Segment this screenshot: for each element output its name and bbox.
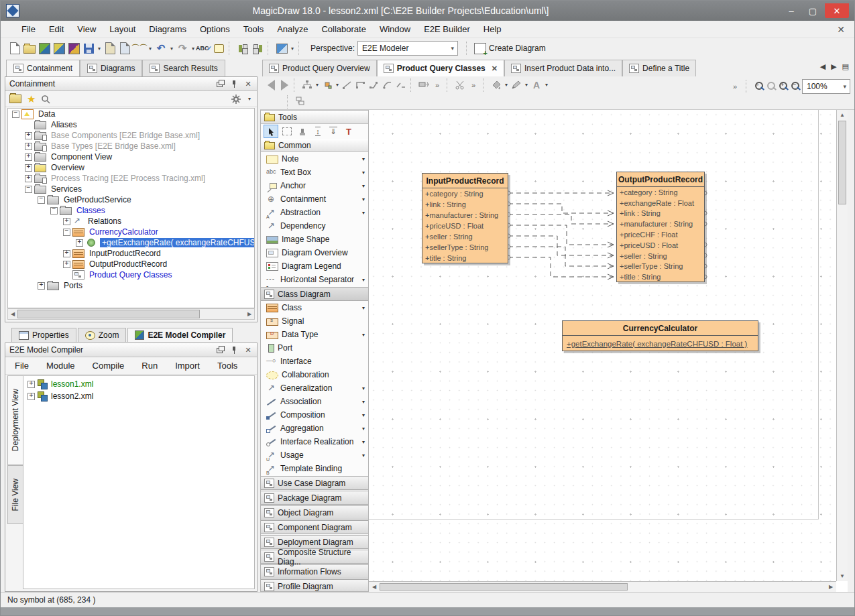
show-containment-icon[interactable] — [294, 95, 307, 109]
palette-section-common[interactable]: Common — [261, 139, 368, 152]
close-button[interactable]: ✕ — [825, 3, 849, 18]
line-rectilinear-icon[interactable] — [354, 78, 367, 92]
line-oblique-icon[interactable] — [367, 78, 381, 92]
tree-item-base-components[interactable]: Base Components [E2E Bridge Base.xml] — [8, 130, 254, 141]
menu-diagrams[interactable]: Diagrams — [143, 22, 192, 36]
toolbar-overflow-icon[interactable] — [728, 80, 742, 93]
scrollbar-thumb[interactable] — [17, 310, 200, 318]
line-straight-icon[interactable] — [341, 78, 354, 92]
palette-item-dependency[interactable]: Dependency — [261, 219, 368, 233]
attribute[interactable]: +priceCHF : Float — [617, 229, 704, 240]
palette-item-generalization[interactable]: Generalization — [261, 381, 368, 395]
tab-properties[interactable]: Properties — [11, 328, 76, 342]
tree-item-lesson2[interactable]: lesson2.xml — [23, 390, 254, 402]
layout-tree-icon[interactable] — [300, 78, 314, 92]
tab-zoom[interactable]: Zoom — [78, 328, 127, 342]
palette-item-containment[interactable]: Containment — [261, 192, 368, 206]
doc-tab-insert-product-data[interactable]: Insert Product Data into... — [504, 60, 622, 76]
expander-icon[interactable] — [63, 229, 70, 236]
palette-item-data-type[interactable]: Data Type — [261, 328, 368, 341]
tree-item-getexchangerate[interactable]: +getExchangeRate( exchangeRateCHFUSD : B… — [8, 237, 254, 248]
attribute[interactable]: +title : String — [422, 253, 508, 263]
dropdown-icon[interactable] — [359, 277, 368, 283]
font-icon[interactable]: A — [530, 78, 543, 92]
menu-tools[interactable]: Tools — [237, 22, 270, 36]
tree-item-outputproductrecord[interactable]: OutputProductRecord — [8, 259, 254, 269]
palette-section-information-flows[interactable]: Information Flows — [261, 564, 368, 578]
expander-icon[interactable] — [25, 153, 32, 161]
palette-item-interface[interactable]: Interface — [261, 355, 368, 368]
settings-gear-icon[interactable] — [231, 95, 241, 104]
palette-item-signal[interactable]: Signal — [261, 314, 368, 328]
expander-icon[interactable] — [63, 250, 70, 257]
quick-layout-dropdown-icon[interactable] — [334, 78, 341, 93]
back-icon[interactable] — [264, 78, 278, 92]
palette-item-abstraction[interactable]: Abstraction — [261, 206, 368, 219]
palette-section-use-case-diagram[interactable]: Use Case Diagram — [261, 476, 368, 490]
scroll-left-icon[interactable]: ◀ — [8, 311, 17, 317]
zoom-selection-icon[interactable] — [766, 81, 777, 92]
palette-item-note[interactable]: Note — [261, 152, 368, 166]
expander-icon[interactable] — [25, 175, 32, 182]
zoom-in-icon[interactable]: + — [778, 81, 789, 92]
scissors-icon[interactable] — [453, 78, 467, 92]
doc-tab-define-a-title[interactable]: Define a Title — [622, 60, 696, 76]
create-diagram-icon[interactable] — [473, 41, 488, 56]
spelling-button[interactable]: ABC — [196, 41, 211, 56]
palette-item-text-box[interactable]: Text Box — [261, 166, 368, 179]
attribute[interactable]: +seller : String — [422, 231, 508, 242]
palette-item-aggregation[interactable]: Aggregation — [261, 422, 368, 435]
vertical-fit-tool[interactable]: ⇓ — [327, 125, 340, 137]
print-button[interactable] — [103, 41, 117, 56]
palette-section-class-diagram[interactable]: Class Diagram — [261, 287, 368, 301]
float-panel-icon[interactable] — [215, 80, 225, 88]
attribute[interactable]: +sellerType : String — [422, 242, 508, 253]
dropdown-icon[interactable] — [359, 156, 368, 162]
palette-item-port[interactable]: Port — [261, 341, 368, 355]
dropdown-icon[interactable] — [359, 452, 368, 458]
redo-button[interactable]: ↷ — [175, 41, 190, 56]
e2e-export-icon[interactable] — [66, 41, 81, 56]
tab-list-icon[interactable]: ▤ — [842, 62, 849, 71]
line-mixed-icon[interactable] — [394, 78, 408, 92]
tree-item-process-tracing[interactable]: Process Tracing [E2E Process Tracing.xml… — [8, 173, 254, 184]
undo-button[interactable]: ↶ — [154, 41, 168, 56]
new-project-button[interactable] — [7, 41, 22, 56]
compiler-menu-module[interactable]: Module — [46, 361, 75, 371]
open-project-button[interactable] — [22, 41, 37, 56]
scroll-right-icon[interactable]: ▶ — [825, 582, 836, 592]
dropdown-icon[interactable] — [359, 305, 368, 311]
scroll-left-icon[interactable]: ◀ — [369, 582, 380, 592]
attribute[interactable]: +category : String — [617, 187, 704, 198]
attribute[interactable]: +exchangeRate : Float — [617, 198, 704, 208]
transform-dropdown-icon[interactable] — [289, 41, 296, 56]
tab-close-icon[interactable]: ✕ — [492, 64, 498, 73]
dropdown-icon[interactable] — [359, 426, 368, 432]
attribute[interactable]: +link : String — [422, 199, 508, 210]
menu-layout[interactable]: Layout — [103, 22, 141, 36]
dropdown-icon[interactable] — [359, 183, 368, 189]
tree-item-currencycalculator[interactable]: CurrencyCalculator — [8, 227, 254, 237]
expander-icon[interactable] — [50, 207, 58, 214]
compiler-menu-file[interactable]: File — [15, 361, 29, 371]
canvas-vertical-scrollbar[interactable]: ▲ ▼ — [836, 110, 848, 581]
palette-item-diagram-overview[interactable]: Diagram Overview — [261, 246, 368, 259]
scroll-down-icon[interactable]: ▼ — [837, 571, 848, 581]
menu-e2e-builder[interactable]: E2E Builder — [418, 22, 476, 36]
forward-icon[interactable] — [278, 78, 291, 92]
diagram-canvas[interactable]: InputProductRecord +category : String +l… — [369, 110, 836, 581]
dropdown-icon[interactable] — [359, 439, 368, 445]
save-button[interactable] — [81, 41, 96, 56]
attribute[interactable]: +link : String — [617, 208, 704, 219]
tree-item-lesson1[interactable]: lesson1.xml — [23, 378, 254, 390]
tree-item-classes[interactable]: Classes — [8, 205, 254, 216]
tab-diagrams[interactable]: Diagrams — [80, 60, 142, 76]
attribute[interactable]: +priceUSD : Float — [617, 240, 704, 251]
class-outputproductrecord[interactable]: OutputProductRecord +category : String +… — [616, 172, 705, 282]
tree-item-relations[interactable]: Relations — [8, 216, 254, 227]
expander-icon[interactable] — [25, 132, 32, 139]
class-currencycalculator[interactable]: CurrencyCalculator +getExchangeRate( exc… — [562, 320, 758, 351]
favorites-icon[interactable]: ★ — [27, 94, 36, 104]
expander-icon[interactable] — [25, 143, 32, 150]
attribute[interactable]: +priceUSD : Float — [422, 221, 508, 231]
